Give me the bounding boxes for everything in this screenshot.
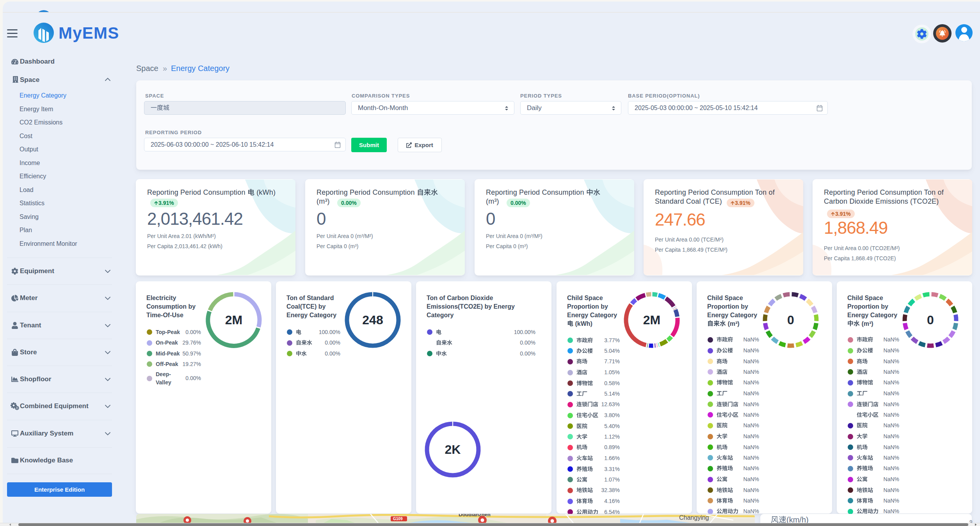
svg-text:Changying: Changying bbox=[679, 514, 709, 521]
svg-text:G109: G109 bbox=[393, 517, 403, 521]
svg-text:Doudianzhen: Doudianzhen bbox=[459, 514, 491, 517]
